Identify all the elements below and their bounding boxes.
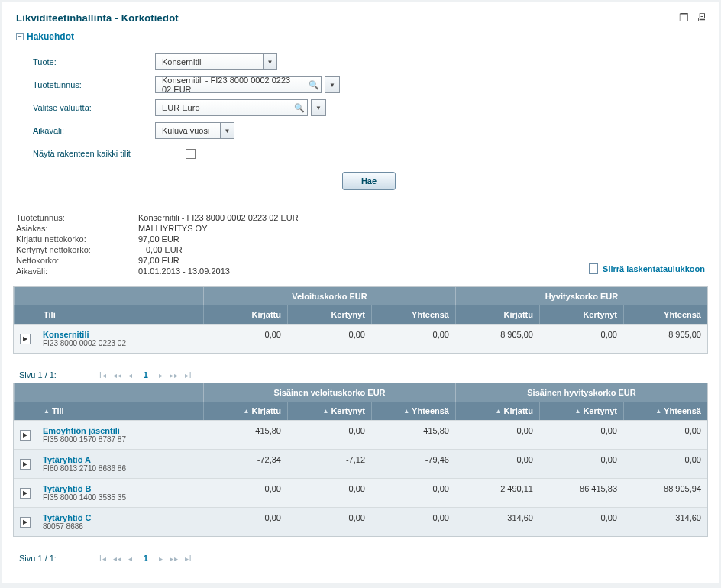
account-name[interactable]: Tytäryhtiö C xyxy=(43,513,197,522)
search-button[interactable]: Hae xyxy=(342,172,396,190)
period-value: Kuluva vuosi xyxy=(156,126,215,135)
cell-c-kirjattu: 0,00 xyxy=(455,421,539,449)
sort-icon: ▲ xyxy=(655,408,661,415)
account-name[interactable]: Emoyhtiön jäsentili xyxy=(43,426,197,435)
pager-next-one-icon[interactable]: ▸ xyxy=(159,554,163,563)
account-number: 80057 8686 xyxy=(43,522,197,531)
account-name[interactable]: Tytäryhtiö A xyxy=(43,455,197,464)
pager-label: Sivu 1 / 1: xyxy=(19,554,57,563)
account-name[interactable]: Konsernitili xyxy=(43,330,197,339)
summary-kertynyt-label: Kertynyt nettokorko: xyxy=(16,245,138,254)
help-icon[interactable]: ❐ xyxy=(677,11,690,24)
cell-d-kertynyt: 0,00 xyxy=(287,325,371,353)
summary-netto-value: 97,00 EUR xyxy=(138,256,179,265)
pager-current: 1 xyxy=(139,554,153,563)
pager-first-icon[interactable]: I◂ xyxy=(99,554,107,563)
account-number: FI23 8000 0002 0223 02 xyxy=(43,339,197,347)
chevron-down-icon: ▼ xyxy=(263,54,276,69)
col-kertynyt[interactable]: Kertynyt xyxy=(287,305,371,324)
empty-header xyxy=(14,287,37,305)
period-select[interactable]: Kuluva vuosi ▼ xyxy=(155,122,234,139)
col-expand xyxy=(14,305,37,324)
showall-checkbox[interactable] xyxy=(186,149,196,159)
product-select[interactable]: Konsernitili ▼ xyxy=(155,53,277,70)
document-icon xyxy=(589,263,598,274)
expand-row-button[interactable]: ▶ xyxy=(20,430,31,441)
expand-row-button[interactable]: ▶ xyxy=(20,459,31,470)
cell-d-kirjattu: 415,80 xyxy=(203,421,287,449)
tunnus-dropdown-button[interactable]: ▼ xyxy=(325,76,340,93)
col-yhteensa[interactable]: Yhteensä xyxy=(623,305,707,324)
search-icon: 🔍 xyxy=(308,77,321,92)
col-yhteensa[interactable]: ▲Yhteensä xyxy=(371,402,455,420)
tunnus-select[interactable]: Konsernitili - FI23 8000 0002 0223 02 EU… xyxy=(155,76,322,93)
search-icon: 🔍 xyxy=(292,100,307,115)
cell-d-kirjattu: -72,34 xyxy=(203,450,287,478)
pager-prev-one-icon[interactable]: ◂ xyxy=(128,554,133,563)
summary-netto-label: Nettokorko: xyxy=(16,256,138,265)
pager-next-icon[interactable]: ▸▸ xyxy=(170,554,179,563)
print-icon[interactable]: 🖶 xyxy=(696,11,708,24)
summary-asiakas-label: Asiakas: xyxy=(16,224,138,233)
summary-kirjattu-label: Kirjattu nettokorko: xyxy=(16,234,138,244)
page-title: Likviditeetinhallinta - Korkotiedot xyxy=(16,12,179,24)
pager-last-icon[interactable]: ▸I xyxy=(185,371,192,380)
sort-icon: ▲ xyxy=(403,408,409,415)
col-tili[interactable]: Tili xyxy=(37,305,203,324)
chevron-down-icon: ▼ xyxy=(325,77,339,92)
pager-first-icon[interactable]: I◂ xyxy=(99,371,107,380)
sort-icon: ▲ xyxy=(322,408,328,415)
cell-d-yhteensa: 415,80 xyxy=(371,421,455,449)
summary-aikavali-value: 01.01.2013 - 13.09.2013 xyxy=(138,267,230,276)
expand-row-button[interactable]: ▶ xyxy=(20,334,31,344)
cell-c-kertynyt: 0,00 xyxy=(539,325,623,353)
pager-label: Sivu 1 / 1: xyxy=(19,370,57,380)
sort-icon: ▲ xyxy=(496,408,502,415)
cell-c-yhteensa: 0,00 xyxy=(623,421,707,449)
currency-select[interactable]: EUR Euro 🔍 xyxy=(155,99,308,116)
sort-icon: ▲ xyxy=(44,408,50,415)
pager-prev-icon[interactable]: ◂◂ xyxy=(113,371,122,380)
tunnus-value: Konsernitili - FI23 8000 0002 0223 02 EU… xyxy=(156,76,308,94)
summary-kirjattu-value: 97,00 EUR xyxy=(138,234,179,244)
empty-header xyxy=(14,383,37,402)
cell-c-kirjattu: 314,60 xyxy=(455,508,539,536)
summary-aikavali-label: Aikaväli: xyxy=(16,267,138,276)
account-number: FI80 8013 2710 8686 86 xyxy=(43,464,197,473)
currency-dropdown-button[interactable]: ▼ xyxy=(311,99,326,116)
cell-c-yhteensa: 314,60 xyxy=(623,508,707,536)
chevron-down-icon: ▼ xyxy=(220,123,234,138)
col-kirjattu[interactable]: Kirjattu xyxy=(455,305,539,324)
cell-c-kertynyt: 0,00 xyxy=(539,421,623,449)
pager-next-one-icon[interactable]: ▸ xyxy=(159,371,163,380)
sort-icon: ▲ xyxy=(574,408,580,415)
col-kertynyt[interactable]: Kertynyt xyxy=(539,305,623,324)
product-label: Tuote: xyxy=(33,57,155,66)
cell-d-kertynyt: 0,00 xyxy=(287,479,371,507)
col-kirjattu[interactable]: ▲Kirjattu xyxy=(455,402,539,420)
account-name[interactable]: Tytäryhtiö B xyxy=(43,484,197,493)
cell-d-kertynyt: 0,00 xyxy=(287,421,371,449)
export-link[interactable]: Siirrä laskentataulukkoon xyxy=(589,263,705,274)
showall-label: Näytä rakenteen kaikki tilit xyxy=(33,149,186,158)
collapse-icon[interactable]: − xyxy=(16,33,24,40)
col-kirjattu[interactable]: Kirjattu xyxy=(203,305,287,324)
account-number: FI35 8000 1570 8787 87 xyxy=(43,435,197,444)
col-yhteensa[interactable]: Yhteensä xyxy=(371,305,455,324)
summary-tunnus-label: Tuotetunnus: xyxy=(16,213,138,222)
expand-row-button[interactable]: ▶ xyxy=(20,517,31,528)
cell-c-kertynyt: 0,00 xyxy=(539,450,623,478)
col-yhteensa[interactable]: ▲Yhteensä xyxy=(623,402,707,420)
pager-last-icon[interactable]: ▸I xyxy=(185,554,192,563)
cell-d-kertynyt: -7,12 xyxy=(287,450,371,478)
tunnus-label: Tuotetunnus: xyxy=(33,80,155,89)
cell-d-kirjattu: 0,00 xyxy=(203,325,287,353)
col-kirjattu[interactable]: ▲Kirjattu xyxy=(203,402,287,420)
pager-prev-icon[interactable]: ◂◂ xyxy=(113,554,122,563)
expand-row-button[interactable]: ▶ xyxy=(20,488,31,499)
col-kertynyt[interactable]: ▲Kertynyt xyxy=(539,402,623,420)
pager-prev-one-icon[interactable]: ◂ xyxy=(128,371,133,380)
pager-next-icon[interactable]: ▸▸ xyxy=(170,371,179,380)
col-kertynyt[interactable]: ▲Kertynyt xyxy=(287,402,371,420)
col-tili[interactable]: ▲Tili xyxy=(37,402,203,420)
